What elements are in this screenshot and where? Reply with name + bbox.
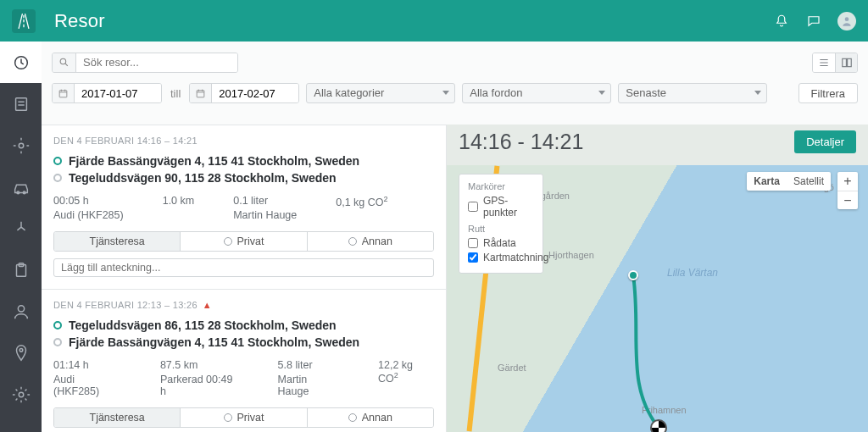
maptype-map[interactable]: Karta bbox=[747, 172, 787, 191]
stat-co2: 0,1 kg CO2 bbox=[336, 195, 387, 208]
layer-raw-toggle[interactable]: Rådata bbox=[468, 237, 534, 249]
chat-icon[interactable] bbox=[805, 13, 822, 30]
trip-stats: 01:14 hAudi (HKF285) 87.5 kmParkerad 00:… bbox=[53, 359, 434, 397]
route-header: Rutt bbox=[468, 224, 534, 234]
trip-category-toggle: Tjänsteresa Privat Annan bbox=[53, 231, 434, 252]
nav-routes[interactable] bbox=[0, 208, 42, 249]
seg-other[interactable]: Annan bbox=[307, 408, 433, 427]
stat-parked: Parkerad 00:49 h bbox=[160, 374, 239, 397]
date-from-wrap bbox=[52, 83, 162, 103]
stat-distance: 1.0 km bbox=[163, 195, 195, 207]
map-layers-panel: Markörer GPS-punkter Rutt Rådata Kartmat… bbox=[459, 174, 543, 274]
view-split-button[interactable] bbox=[835, 53, 857, 72]
date-to-wrap bbox=[189, 83, 299, 103]
zoom-in-button[interactable]: + bbox=[837, 172, 858, 191]
stat-fuel: 5.8 liter bbox=[278, 359, 340, 371]
nav-map-pin[interactable] bbox=[0, 332, 42, 374]
calendar-icon[interactable] bbox=[53, 84, 75, 102]
chevron-down-icon bbox=[598, 91, 605, 95]
category-select-label: Alla kategorier bbox=[314, 86, 384, 99]
warning-icon: ▲ bbox=[203, 300, 212, 310]
filter-bar: till Alla kategorier Alla fordon Senaste… bbox=[42, 83, 868, 115]
svg-rect-2 bbox=[15, 97, 26, 110]
trip-card: DEN 4 FEBRUARI 14:16 – 14:21 Fjärde Bass… bbox=[42, 125, 446, 289]
nav-places[interactable] bbox=[0, 125, 42, 166]
svg-rect-12 bbox=[842, 58, 846, 66]
search-input[interactable] bbox=[76, 53, 237, 72]
stat-driver: Martin Hauge bbox=[278, 374, 340, 397]
calendar-icon[interactable] bbox=[190, 84, 212, 102]
app-logo bbox=[12, 9, 36, 33]
trip-list[interactable]: DEN 4 FEBRUARI 14:16 – 14:21 Fjärde Bass… bbox=[42, 125, 447, 432]
stop-end-icon bbox=[53, 174, 62, 182]
trip-from: Fjärde Bassängvägen 4, 115 41 Stockholm,… bbox=[53, 152, 434, 169]
date-to-input[interactable] bbox=[212, 84, 298, 102]
vehicle-select[interactable]: Alla fordon bbox=[462, 83, 611, 103]
trip-card: DEN 4 FEBRUARI 12:13 – 13:26 ▲ Tegeludds… bbox=[42, 289, 446, 432]
stat-co2: 12,2 kg CO2 bbox=[378, 359, 434, 385]
trip-datestamp: DEN 4 FEBRUARI 14:16 – 14:21 bbox=[53, 136, 434, 146]
content-split: DEN 4 FEBRUARI 14:16 – 14:21 Fjärde Bass… bbox=[42, 125, 868, 432]
stat-vehicle: Audi (HKF285) bbox=[53, 209, 124, 221]
markers-header: Markörer bbox=[468, 181, 534, 191]
nav-users[interactable] bbox=[0, 291, 42, 332]
stat-duration: 01:14 h bbox=[53, 359, 121, 371]
stat-driver: Martin Hauge bbox=[233, 209, 297, 221]
map-end-marker bbox=[650, 419, 667, 432]
seg-other[interactable]: Annan bbox=[307, 232, 433, 251]
map-zoom-controls: + − bbox=[837, 172, 858, 209]
nav-reports[interactable] bbox=[0, 83, 42, 125]
view-list-button[interactable] bbox=[813, 53, 835, 72]
svg-point-8 bbox=[18, 305, 24, 311]
till-label: till bbox=[170, 87, 181, 100]
map-header: 14:16 - 14:21 Detaljer bbox=[459, 130, 856, 154]
nav-settings[interactable] bbox=[0, 374, 42, 415]
radio-icon bbox=[348, 237, 357, 246]
filter-button[interactable]: Filtrera bbox=[798, 83, 858, 103]
toolbar bbox=[42, 42, 868, 83]
trip-to: Tegeluddsvägen 90, 115 28 Stockholm, Swe… bbox=[53, 169, 434, 186]
stop-start-icon bbox=[53, 321, 62, 330]
date-from-input[interactable] bbox=[75, 84, 161, 102]
search-icon[interactable] bbox=[53, 53, 76, 72]
sort-select[interactable]: Senaste bbox=[618, 83, 767, 103]
main-area: till Alla kategorier Alla fordon Senaste… bbox=[42, 42, 868, 432]
nav-vehicles[interactable] bbox=[0, 166, 42, 208]
nav-trips[interactable] bbox=[0, 42, 42, 83]
svg-point-3 bbox=[19, 143, 24, 148]
page-title: Resor bbox=[54, 10, 105, 32]
svg-point-9 bbox=[19, 348, 23, 352]
trip-category-toggle: Tjänsteresa Privat Annan bbox=[53, 407, 434, 428]
map-type-toggle: Karta Satellit bbox=[747, 172, 831, 191]
left-sidebar bbox=[0, 42, 42, 432]
trip-stats: 00:05 hAudi (HKF285) 1.0 km 0.1 literMar… bbox=[53, 195, 434, 221]
details-button[interactable]: Detaljer bbox=[794, 130, 856, 153]
trip-to: Fjärde Bassängvägen 4, 115 41 Stockholm,… bbox=[53, 334, 434, 351]
layer-gps-toggle[interactable]: GPS-punkter bbox=[468, 195, 534, 219]
top-bar: Resor bbox=[0, 0, 868, 42]
stop-end-icon bbox=[53, 338, 62, 346]
notifications-icon[interactable] bbox=[773, 13, 790, 30]
svg-point-10 bbox=[19, 392, 24, 397]
seg-private[interactable]: Privat bbox=[180, 232, 306, 251]
maptype-satellite[interactable]: Satellit bbox=[787, 172, 831, 191]
vehicle-select-label: Alla fordon bbox=[470, 86, 522, 99]
seg-business[interactable]: Tjänsteresa bbox=[54, 408, 180, 427]
chevron-down-icon bbox=[754, 91, 761, 95]
stat-vehicle: Audi (HKF285) bbox=[53, 374, 121, 397]
user-avatar[interactable] bbox=[837, 12, 856, 30]
seg-private[interactable]: Privat bbox=[180, 408, 306, 427]
view-toggle bbox=[812, 53, 858, 73]
radio-icon bbox=[224, 413, 232, 422]
seg-business[interactable]: Tjänsteresa bbox=[54, 232, 180, 251]
zoom-out-button[interactable]: − bbox=[837, 191, 858, 209]
radio-icon bbox=[348, 413, 357, 422]
svg-rect-13 bbox=[847, 58, 851, 66]
layer-matched-toggle[interactable]: Kartmatchning bbox=[468, 252, 534, 263]
category-select[interactable]: Alla kategorier bbox=[306, 83, 455, 103]
trip-note-input[interactable] bbox=[53, 258, 434, 277]
nav-clipboard[interactable] bbox=[0, 249, 42, 291]
sort-select-label: Senaste bbox=[626, 86, 666, 99]
map-pane: 14:16 - 14:21 Detaljer Norra Djurgården … bbox=[447, 125, 868, 432]
trip-datestamp: DEN 4 FEBRUARI 12:13 – 13:26 ▲ bbox=[53, 300, 434, 310]
